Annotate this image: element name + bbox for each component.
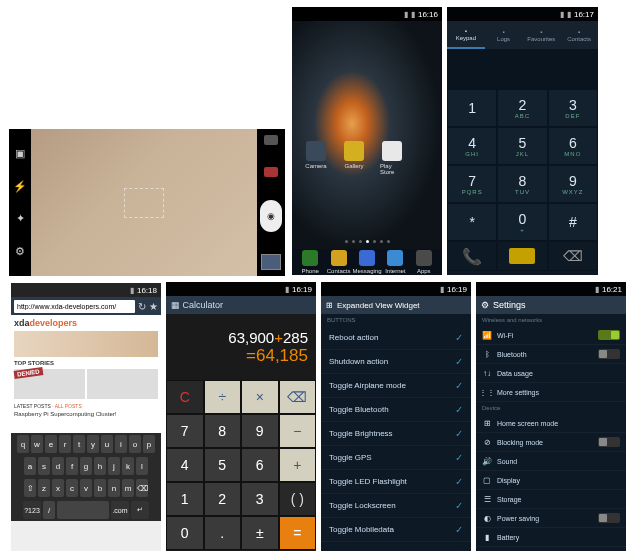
key-space[interactable]	[57, 501, 109, 519]
calc-key-−[interactable]: −	[279, 414, 317, 448]
dock-icon-internet[interactable]: Internet	[383, 250, 407, 274]
key-n[interactable]: n	[108, 479, 120, 497]
flash-icon[interactable]: ⚡	[13, 180, 27, 193]
calc-key-=[interactable]: =	[279, 516, 317, 550]
key-h[interactable]: h	[94, 457, 106, 475]
key-i[interactable]: i	[115, 435, 127, 453]
still-mode-icon[interactable]	[264, 135, 278, 145]
keypad-7[interactable]: 7PQRS	[447, 165, 497, 203]
story-tile[interactable]: DENIED	[14, 369, 85, 399]
calc-key-C[interactable]: C	[166, 380, 204, 414]
calc-key-4[interactable]: 4	[166, 448, 204, 482]
key-l[interactable]: l	[136, 457, 148, 475]
toggle-switch[interactable]	[598, 437, 620, 447]
widget-toggle-row[interactable]: Toggle Bluetooth✓	[321, 398, 471, 422]
key-symbols[interactable]: ?123	[23, 501, 41, 519]
key-e[interactable]: e	[45, 435, 57, 453]
bookmark-icon[interactable]: ★	[149, 301, 158, 312]
widget-toggle-row[interactable]: Reboot action✓	[321, 326, 471, 350]
settings-gear-icon[interactable]: ⚙	[15, 245, 25, 258]
key-v[interactable]: v	[80, 479, 92, 497]
keypad-9[interactable]: 9WXYZ	[548, 165, 598, 203]
url-input[interactable]	[14, 300, 135, 313]
settings-row-power-saving[interactable]: ◐Power saving	[476, 509, 626, 528]
tab-keypad[interactable]: ▪Keypad	[447, 21, 485, 49]
key-o[interactable]: o	[129, 435, 141, 453]
key-a[interactable]: a	[24, 457, 36, 475]
keypad-#[interactable]: #	[548, 203, 598, 241]
tab-contacts[interactable]: ▪Contacts	[560, 21, 598, 49]
key-dotcom[interactable]: .com	[111, 501, 129, 519]
calc-key-±[interactable]: ±	[241, 516, 279, 550]
calc-key-.[interactable]: .	[204, 516, 242, 550]
camera-viewfinder[interactable]	[31, 129, 257, 276]
widget-toggle-row[interactable]: Toggle Lockscreen✓	[321, 494, 471, 518]
calc-key-7[interactable]: 7	[166, 414, 204, 448]
key-u[interactable]: u	[101, 435, 113, 453]
calc-key-⌫[interactable]: ⌫	[279, 380, 317, 414]
calc-key-9[interactable]: 9	[241, 414, 279, 448]
settings-row-sound[interactable]: 🔊Sound	[476, 452, 626, 471]
widget-toggle-row[interactable]: Toggle LED Flashlight✓	[321, 470, 471, 494]
page-indicator[interactable]	[292, 240, 442, 243]
tab-logs[interactable]: ▪Logs	[485, 21, 523, 49]
settings-row-battery[interactable]: ▮Battery	[476, 528, 626, 547]
reload-icon[interactable]: ↻	[138, 301, 146, 312]
settings-row-bluetooth[interactable]: ᛒBluetooth	[476, 345, 626, 364]
key-d[interactable]: d	[52, 457, 64, 475]
key-slash[interactable]: /	[43, 501, 55, 519]
calc-key-0[interactable]: 0	[166, 516, 204, 550]
key-x[interactable]: x	[52, 479, 64, 497]
widget-toggle-row[interactable]: Toggle Brightness✓	[321, 422, 471, 446]
calc-key-+[interactable]: +	[279, 448, 317, 482]
widget-toggle-row[interactable]: Toggle Airplane mode✓	[321, 374, 471, 398]
app-icon-camera[interactable]: Camera	[304, 141, 328, 175]
calc-key-3[interactable]: 3	[241, 482, 279, 516]
keypad-*[interactable]: *	[447, 203, 497, 241]
calc-key-×[interactable]: ×	[241, 380, 279, 414]
calc-key-8[interactable]: 8	[204, 414, 242, 448]
keypad-1[interactable]: 1	[447, 89, 497, 127]
app-icon-play-store[interactable]: Play Store	[380, 141, 404, 175]
keypad-2[interactable]: 2ABC	[497, 89, 547, 127]
calc-key-6[interactable]: 6	[241, 448, 279, 482]
key-f[interactable]: f	[66, 457, 78, 475]
widget-toggle-row[interactable]: Toggle Orientation✓	[321, 542, 471, 551]
keypad-3[interactable]: 3DEF	[548, 89, 598, 127]
settings-row-storage[interactable]: ☰Storage	[476, 490, 626, 509]
video-mode-icon[interactable]	[264, 167, 278, 177]
dock-icon-apps[interactable]: Apps	[412, 250, 436, 274]
calc-key-2[interactable]: 2	[204, 482, 242, 516]
key-q[interactable]: q	[17, 435, 29, 453]
calc-key-( )[interactable]: ( )	[279, 482, 317, 516]
calc-key-÷[interactable]: ÷	[204, 380, 242, 414]
key-r[interactable]: r	[59, 435, 71, 453]
webpage-content[interactable]: xdadevelopers TOP STORIES DENIED LATEST …	[11, 315, 161, 433]
keypad-6[interactable]: 6MNO	[548, 127, 598, 165]
call-button[interactable]: 📞	[447, 241, 497, 271]
keypad-4[interactable]: 4GHI	[447, 127, 497, 165]
widget-toggle-row[interactable]: Shutdown action✓	[321, 350, 471, 374]
app-icon-gallery[interactable]: Gallery	[342, 141, 366, 175]
article-headline[interactable]: Raspberry Pi Supercomputing Cluster!	[14, 411, 158, 417]
calc-key-5[interactable]: 5	[204, 448, 242, 482]
widget-toggle-row[interactable]: Toggle Mobiledata✓	[321, 518, 471, 542]
toggle-switch[interactable]	[598, 349, 620, 359]
key-t[interactable]: t	[73, 435, 85, 453]
settings-row-more-settings[interactable]: ⋮⋮More settings	[476, 383, 626, 402]
key-⌫[interactable]: ⌫	[136, 479, 148, 497]
key-z[interactable]: z	[38, 479, 50, 497]
settings-row-wi-fi[interactable]: 📶Wi-Fi	[476, 326, 626, 345]
key-c[interactable]: c	[66, 479, 78, 497]
key-k[interactable]: k	[122, 457, 134, 475]
settings-row-display[interactable]: ▢Display	[476, 471, 626, 490]
settings-row-blocking-mode[interactable]: ⊘Blocking mode	[476, 433, 626, 452]
wallpaper[interactable]: CameraGalleryPlay Store	[292, 21, 442, 249]
story-tile[interactable]	[87, 369, 158, 399]
mode-icon[interactable]: ▣	[15, 147, 25, 160]
toggle-switch[interactable]	[598, 330, 620, 340]
key-⇧[interactable]: ⇧	[24, 479, 36, 497]
calc-key-1[interactable]: 1	[166, 482, 204, 516]
key-y[interactable]: y	[87, 435, 99, 453]
widget-toggle-row[interactable]: Toggle GPS✓	[321, 446, 471, 470]
